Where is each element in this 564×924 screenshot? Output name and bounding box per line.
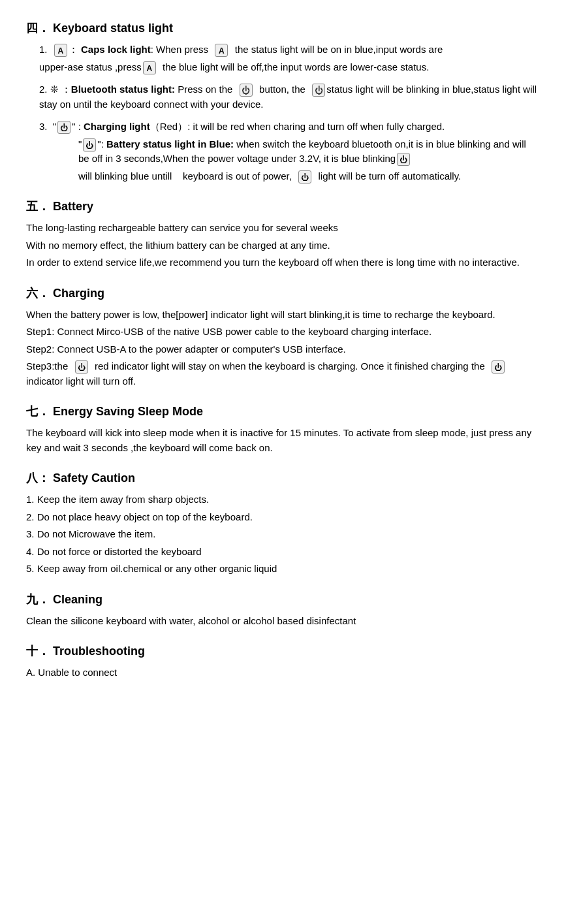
power-icon-off: ⏻ <box>298 170 311 183</box>
bt-button-icon: ⏻ <box>240 84 253 97</box>
section-safety: 八： Safety Caution 1. Keep the item away … <box>26 470 538 577</box>
battery-icon-1: ⏻ <box>83 138 96 151</box>
charging-step2: Step2: Connect USB-A to the power adapte… <box>26 342 538 357</box>
caps-lock-text: 1. A： Caps lock light: When press A the … <box>39 42 538 57</box>
section-title-troubleshooting: 十． Troubleshooting <box>26 643 538 660</box>
section-energy: 七． Energy Saving Sleep Mode The keyboard… <box>26 403 538 455</box>
battery-line-1: The long-lasting rechargeable battery ca… <box>26 221 538 236</box>
cleaning-text: Clean the silicone keyboard with water, … <box>26 614 538 629</box>
section-title-charging: 六． Charging <box>26 285 538 302</box>
section-troubleshooting: 十． Troubleshooting A. Unable to connect <box>26 643 538 680</box>
safety-item-5: 5. Keep away from oil.chemical or any ot… <box>26 562 538 577</box>
safety-item-2: 2. Do not place heavy object on top of t… <box>26 510 538 525</box>
battery-status-text: "⏻": Battery status light in Blue: when … <box>78 137 538 167</box>
section-charging: 六． Charging When the battery power is lo… <box>26 285 538 389</box>
safety-item-1: 1. Keep the item away from sharp objects… <box>26 492 538 507</box>
list-item-charging-light: 3. "⏻" : Charging light（Red）: it will be… <box>39 119 538 183</box>
energy-text: The keyboard will kick into sleep mode w… <box>26 426 538 455</box>
bluetooth-text: 2. ❊ ：Bluetooth status light: Press on t… <box>39 82 538 112</box>
charging-light-text: 3. "⏻" : Charging light（Red）: it will be… <box>39 119 538 135</box>
step3-icon-2: ⏻ <box>492 360 505 374</box>
list-item-caps-lock: 1. A： Caps lock light: When press A the … <box>39 42 538 74</box>
caps-lock-label: Caps lock light <box>81 44 151 55</box>
safety-item-3: 3. Do not Microwave the item. <box>26 527 538 542</box>
bluetooth-label: Bluetooth status light: <box>71 84 175 95</box>
section-title-battery: 五． Battery <box>26 198 538 215</box>
caps-icon-2: A <box>215 44 228 57</box>
charging-step1: Step1: Connect Mirco-USB of the native U… <box>26 325 538 340</box>
step3-icon-1: ⏻ <box>75 360 88 374</box>
battery-line-2: With no memory effect, the lithium batte… <box>26 238 538 253</box>
battery-status-label: Battery status light in Blue: <box>106 138 234 150</box>
battery-status-text-2: will blinking blue untill keyboard is ou… <box>78 169 538 184</box>
charging-step3: Step3:the ⏻ red indicator light will sta… <box>26 359 538 389</box>
caps-lock-text-2: upper-ase status ,pressA the blue light … <box>39 60 538 75</box>
bt-status-icon: ⏻ <box>312 84 325 97</box>
section-battery: 五． Battery The long-lasting rechargeable… <box>26 198 538 270</box>
section-title-energy: 七． Energy Saving Sleep Mode <box>26 403 538 421</box>
charging-light-label: Charging light <box>84 121 150 132</box>
battery-line-3: In order to extend service life,we recom… <box>26 255 538 270</box>
charging-line-1: When the battery power is low, the[power… <box>26 308 538 323</box>
battery-icon-2: ⏻ <box>397 153 410 166</box>
section-keyboard-status-light: 四． Keyboard status light 1. A： Caps lock… <box>26 20 538 183</box>
charging-icon-1: ⏻ <box>57 121 70 134</box>
caps-icon: A <box>54 44 67 57</box>
section-title-cleaning: 九． Cleaning <box>26 591 538 609</box>
safety-item-4: 4. Do not force or distorted the keyboar… <box>26 545 538 560</box>
caps-icon-3: A <box>143 61 156 74</box>
section-title-keyboard: 四． Keyboard status light <box>26 20 538 37</box>
section-title-safety: 八： Safety Caution <box>26 470 538 487</box>
section-cleaning: 九． Cleaning Clean the silicone keyboard … <box>26 591 538 629</box>
troubleshooting-text: A. Unable to connect <box>26 665 538 680</box>
list-item-bluetooth: 2. ❊ ：Bluetooth status light: Press on t… <box>39 82 538 112</box>
